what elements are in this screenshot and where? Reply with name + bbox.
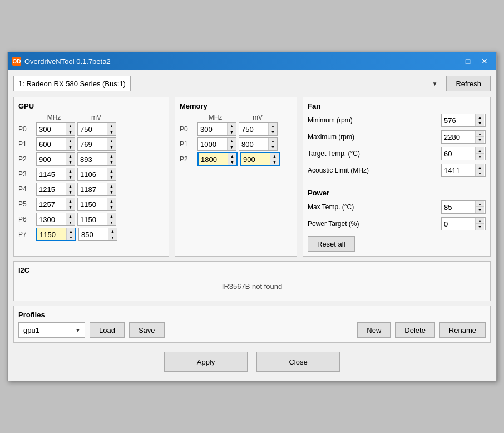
gpu-p6-mv-up[interactable]: ▲ — [107, 213, 116, 219]
gpu-p0-mhz-input[interactable] — [37, 123, 66, 135]
mem-p0-mv-up[interactable]: ▲ — [268, 123, 277, 129]
gpu-p0-mv-up[interactable]: ▲ — [107, 123, 116, 129]
fan-min-input[interactable] — [442, 114, 475, 126]
fan-min-up[interactable]: ▲ — [475, 114, 484, 120]
rename-profile-button[interactable]: Rename — [439, 322, 486, 338]
save-profile-button[interactable]: Save — [129, 322, 165, 338]
mem-p1-mv-down[interactable]: ▼ — [268, 144, 277, 150]
power-max-temp-down[interactable]: ▼ — [475, 207, 484, 213]
gpu-p4-mv-input[interactable] — [78, 183, 107, 195]
mem-p0-mhz-down[interactable]: ▼ — [227, 129, 236, 135]
gpu-p7-mhz-input[interactable] — [37, 228, 66, 240]
gpu-p6-mhz-input[interactable] — [37, 213, 66, 225]
gpu-p5-mhz-up[interactable]: ▲ — [66, 198, 75, 204]
gpu-p4-mhz-up[interactable]: ▲ — [66, 183, 75, 189]
fan-acoustic-input[interactable] — [442, 164, 475, 176]
i2c-title: I2C — [18, 266, 486, 274]
gpu-p0-mv-input[interactable] — [78, 123, 107, 135]
gpu-p3-mv-up[interactable]: ▲ — [107, 168, 116, 174]
reset-all-button[interactable]: Reset all — [308, 236, 355, 252]
profile-select[interactable]: gpu1 — [18, 322, 85, 338]
gpu-p1-mhz-input[interactable] — [37, 138, 66, 150]
close-window-button[interactable]: ✕ — [477, 56, 492, 67]
new-profile-button[interactable]: New — [357, 322, 391, 338]
gpu-p1-mv-down[interactable]: ▼ — [107, 144, 116, 150]
gpu-p2-mhz-up[interactable]: ▲ — [66, 153, 75, 159]
gpu-p1-mv-up[interactable]: ▲ — [107, 138, 116, 144]
fan-min-down[interactable]: ▼ — [475, 120, 484, 126]
gpu-p6-mhz-down[interactable]: ▼ — [66, 219, 75, 225]
mem-p1-mhz-input[interactable] — [198, 138, 227, 150]
gpu-p7-mhz-down[interactable]: ▼ — [66, 234, 75, 240]
gpu-select[interactable]: 1: Radeon RX 580 Series (Bus:1) — [13, 76, 131, 91]
minimize-button[interactable]: — — [444, 56, 458, 67]
gpu-p2-mhz-down[interactable]: ▼ — [66, 159, 75, 165]
gpu-p2-mv-down[interactable]: ▼ — [107, 159, 116, 165]
fan-target-temp-row: Target Temp. (°C) ▲ ▼ — [308, 147, 486, 160]
fan-target-temp-down[interactable]: ▼ — [475, 154, 484, 160]
gpu-p2-mhz-input[interactable] — [37, 153, 66, 165]
mem-p0-mv-input[interactable] — [239, 123, 268, 135]
mem-p1-mhz-up[interactable]: ▲ — [227, 138, 236, 144]
mem-p2-mv-down[interactable]: ▼ — [270, 159, 279, 165]
gpu-p3-mhz-input[interactable] — [37, 168, 66, 180]
gpu-p1-mv-input[interactable] — [78, 138, 107, 150]
gpu-p5-mhz-input[interactable] — [37, 198, 66, 210]
load-profile-button[interactable]: Load — [90, 322, 125, 338]
mem-p0-mhz-input[interactable] — [198, 123, 227, 135]
fan-max-input[interactable] — [442, 131, 475, 143]
fan-target-temp-input[interactable] — [442, 147, 475, 160]
gpu-p7-mv-down[interactable]: ▼ — [108, 234, 117, 240]
gpu-p5-mhz-down[interactable]: ▼ — [66, 204, 75, 210]
fan-acoustic-up[interactable]: ▲ — [475, 164, 484, 170]
refresh-button[interactable]: Refresh — [446, 76, 491, 91]
gpu-p5-mv-input[interactable] — [78, 198, 107, 210]
gpu-p7-mhz-up[interactable]: ▲ — [66, 228, 75, 234]
gpu-p1-mhz-up[interactable]: ▲ — [66, 138, 75, 144]
fan-target-temp-up[interactable]: ▲ — [475, 147, 484, 154]
gpu-p3-mv-input[interactable] — [78, 168, 107, 180]
gpu-p0-mhz-down[interactable]: ▼ — [66, 129, 75, 135]
mem-p1-mhz-down[interactable]: ▼ — [227, 144, 236, 150]
gpu-p4-mhz-down[interactable]: ▼ — [66, 189, 75, 195]
gpu-p2-mv-input[interactable] — [78, 153, 107, 165]
power-target-input[interactable] — [442, 218, 475, 230]
gpu-p7-mv-input[interactable] — [79, 228, 108, 240]
gpu-p5-mv-down[interactable]: ▼ — [107, 204, 116, 210]
gpu-p7-mv-up[interactable]: ▲ — [108, 228, 117, 234]
delete-profile-button[interactable]: Delete — [395, 322, 435, 338]
mem-p2-mhz-up[interactable]: ▲ — [228, 153, 236, 159]
fan-acoustic-down[interactable]: ▼ — [475, 170, 484, 176]
gpu-p6-mhz-up[interactable]: ▲ — [66, 213, 75, 219]
gpu-p2-mv-up[interactable]: ▲ — [107, 153, 116, 159]
power-target-up[interactable]: ▲ — [475, 218, 484, 224]
gpu-p0-mv-down[interactable]: ▼ — [107, 129, 116, 135]
gpu-p5-mv-up[interactable]: ▲ — [107, 198, 116, 204]
gpu-p3-mhz-up[interactable]: ▲ — [66, 168, 75, 174]
mem-p2-mv-up[interactable]: ▲ — [270, 153, 279, 159]
gpu-p6-mv-down[interactable]: ▼ — [107, 219, 116, 225]
gpu-p6-mv-input[interactable] — [78, 213, 107, 225]
power-target-down[interactable]: ▼ — [475, 224, 484, 230]
maximize-button[interactable]: □ — [461, 56, 475, 67]
mem-p0-mv-down[interactable]: ▼ — [268, 129, 277, 135]
fan-max-up[interactable]: ▲ — [475, 131, 484, 137]
gpu-p0-mhz-up[interactable]: ▲ — [66, 123, 75, 129]
gpu-p4-mhz-input[interactable] — [37, 183, 66, 195]
mem-p1-mv-up[interactable]: ▲ — [268, 138, 277, 144]
mem-p0-mhz-up[interactable]: ▲ — [227, 123, 236, 129]
mem-p1-mv-input[interactable] — [239, 138, 268, 150]
gpu-p1-mhz-down[interactable]: ▼ — [66, 144, 75, 150]
gpu-p3-mhz-down[interactable]: ▼ — [66, 174, 75, 180]
fan-max-down[interactable]: ▼ — [475, 137, 484, 143]
apply-button[interactable]: Apply — [164, 352, 248, 372]
power-max-temp-input[interactable] — [442, 201, 475, 213]
gpu-p4-mv-up[interactable]: ▲ — [107, 183, 116, 189]
mem-p2-mhz-down[interactable]: ▼ — [228, 159, 236, 165]
mem-p2-mv-input[interactable] — [241, 153, 270, 165]
power-max-temp-up[interactable]: ▲ — [475, 201, 484, 207]
gpu-p4-mv-down[interactable]: ▼ — [107, 189, 116, 195]
close-button[interactable]: Close — [256, 352, 340, 372]
mem-p2-mhz-input[interactable] — [199, 153, 228, 165]
gpu-p3-mv-down[interactable]: ▼ — [107, 174, 116, 180]
